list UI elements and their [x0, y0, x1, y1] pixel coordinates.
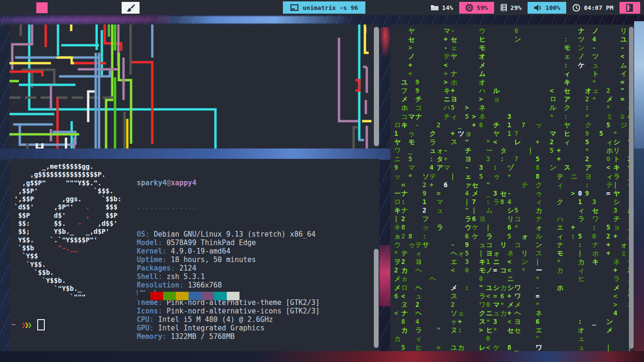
matrix-glyph: オ — [585, 87, 592, 94]
matrix-glyph: * — [500, 301, 504, 308]
matrix-glyph: > — [613, 301, 617, 308]
clock-module[interactable]: 04:07 PM — [566, 0, 619, 15]
matrix-glyph: | — [486, 224, 490, 230]
terminal-color-palette — [138, 292, 239, 300]
matrix-glyph: ホ — [451, 79, 457, 85]
matrix-glyph: 6 — [514, 27, 518, 34]
info-line: Packages: 2124 — [137, 264, 320, 272]
matrix-glyph: * — [550, 113, 553, 120]
matrix-glyph: ツ — [592, 53, 599, 59]
matrix-glyph: 2 — [415, 301, 419, 308]
matrix-glyph: ィ — [606, 173, 613, 180]
power-exit-button[interactable] — [619, 2, 640, 14]
terminal-cursor[interactable] — [37, 319, 45, 330]
matrix-glyph: ヨ — [465, 156, 471, 162]
matrix-glyph: * — [606, 104, 610, 111]
matrix-glyph: _ — [408, 147, 412, 154]
matrix-glyph: 1 — [578, 198, 582, 205]
matrix-glyph: シ — [507, 207, 514, 214]
neofetch-terminal-window[interactable]: _,met$$$$$gg. ,g$$$$$$$$$$$$$$$P. ,g$$P"… — [9, 159, 380, 351]
disk-module[interactable]: 14% — [424, 0, 459, 15]
exit-door-icon — [626, 4, 634, 12]
palette-swatch — [227, 292, 239, 300]
pipes-terminal-window[interactable] — [9, 25, 380, 148]
matrix-glyph: カ — [536, 207, 542, 214]
matrix-glyph: * — [536, 301, 539, 308]
matrix-glyph: 2 — [401, 233, 405, 239]
matrix-glyph: 1 — [486, 258, 490, 265]
matrix-glyph: = — [437, 344, 440, 351]
matrix-glyph: : — [500, 156, 504, 162]
matrix-glyph: ュ — [578, 335, 585, 342]
cpu-module[interactable]: 59% — [459, 2, 494, 14]
matrix-glyph: 5 — [465, 113, 469, 120]
window-title-text: unimatrix -s 96 — [303, 4, 358, 11]
matrix-glyph: 7 — [514, 156, 518, 162]
matrix-glyph: ラ — [486, 233, 493, 239]
matrix-glyph: 4 — [465, 190, 469, 197]
matrix-glyph: ホ — [557, 284, 563, 291]
matrix-glyph: セ — [408, 36, 415, 42]
matrix-glyph: リ — [613, 147, 620, 154]
matrix-glyph: 2 — [585, 156, 589, 162]
matrix-glyph: テ — [444, 53, 450, 59]
theme-brush-button[interactable] — [122, 2, 140, 14]
info-line: GPU: Intel Integrated Graphics — [137, 324, 320, 332]
matrix-glyph: ワ — [514, 293, 521, 299]
matrix-glyph: - — [592, 44, 596, 51]
matrix-glyph: エ — [451, 258, 457, 265]
pipe-segment — [354, 127, 357, 148]
matrix-glyph: ヤ — [394, 139, 401, 145]
matrix-glyph: ュ — [578, 344, 585, 351]
matrix-glyph: ウ — [465, 224, 471, 230]
matrix-glyph: キ — [564, 79, 570, 85]
matrix-glyph: ニ — [394, 156, 401, 162]
palette-swatch — [163, 292, 176, 300]
pipes-scrollbar[interactable] — [374, 27, 379, 146]
matrix-glyph: ン — [550, 164, 556, 171]
unimatrix-terminal-window[interactable]: ヤマ-ウ6ナノリセ+セヒン:ツ4ユ>-ェモモン--ノテヤオェノツ<+<メ:ケュム… — [390, 25, 634, 351]
matrix-glyph: 1 — [507, 122, 511, 128]
matrix-glyph: ス — [451, 293, 457, 299]
info-line: Shell: zsh 5.3.1 — [137, 272, 320, 281]
matrix-glyph: ソ — [422, 173, 429, 180]
matrix-glyph: : — [486, 198, 490, 205]
workspace-indicator[interactable] — [36, 2, 48, 13]
matrix-glyph: ゥ — [536, 190, 542, 197]
unimatrix-scrollbar[interactable] — [629, 27, 634, 349]
matrix-glyph: エ — [536, 327, 542, 333]
volume-module[interactable]: 100% — [528, 2, 566, 14]
matrix-glyph: ィ — [557, 181, 563, 188]
matrix-glyph: ラ — [613, 275, 620, 282]
matrix-glyph: キ — [401, 122, 408, 128]
matrix-glyph: 3 — [479, 164, 483, 171]
matrix-glyph: ヒ — [415, 344, 422, 351]
matrix-glyph: モ — [408, 139, 415, 145]
matrix-glyph: ィ — [415, 335, 422, 342]
matrix-glyph: * — [514, 224, 518, 230]
matrix-glyph: ヌ — [451, 327, 457, 333]
matrix-glyph: 8 — [401, 318, 405, 325]
matrix-glyph: ヨ — [585, 173, 592, 180]
matrix-glyph: ノ — [592, 27, 599, 34]
matrix-glyph: メ — [507, 301, 514, 308]
matrix-glyph: キ — [613, 164, 620, 171]
focused-window-title[interactable]: unimatrix -s 96 — [283, 1, 365, 14]
matrix-glyph: 0 — [486, 301, 490, 308]
neofetch-scrollbar[interactable] — [374, 249, 379, 348]
matrix-glyph: ワ — [592, 215, 599, 222]
matrix-glyph: ワ — [479, 301, 486, 308]
matrix-glyph: < — [394, 310, 398, 316]
memory-module[interactable]: 29% — [494, 0, 528, 15]
matrix-glyph: - — [451, 27, 454, 34]
matrix-glyph: * — [486, 318, 490, 325]
matrix-glyph: ≡ — [620, 113, 624, 120]
matrix-glyph: カ — [458, 344, 464, 351]
matrix-glyph: キ — [592, 258, 599, 265]
matrix-glyph: ナ — [557, 241, 563, 248]
matrix-glyph: = — [401, 181, 405, 188]
matrix-glyph: = — [620, 79, 624, 85]
matrix-glyph: * — [493, 327, 497, 333]
matrix-glyph: 7 — [521, 122, 525, 128]
matrix-glyph: < — [507, 318, 511, 325]
